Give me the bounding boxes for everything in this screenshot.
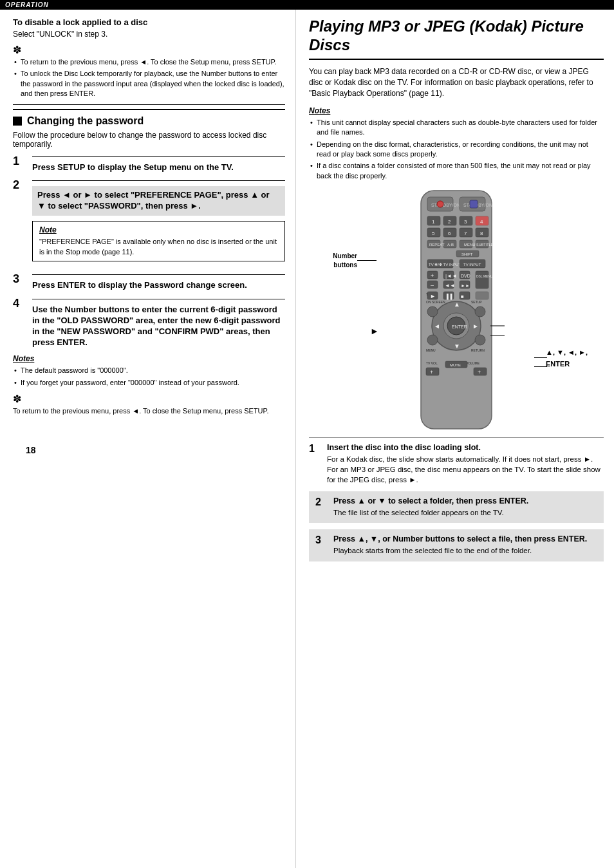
svg-point-70 <box>475 307 485 317</box>
svg-text:2: 2 <box>448 219 451 225</box>
right-note-item-1: This unit cannot display special charact… <box>309 118 604 138</box>
right-step-2-highlight: 2 Press ▲ or ▼ to select a folder, then … <box>309 491 604 523</box>
tip-text-bottom: To return to the previous menu, press ◄.… <box>13 406 285 416</box>
step-divider-3 <box>32 274 285 275</box>
notes-list-right: This unit cannot display special charact… <box>309 118 604 181</box>
svg-text:+: + <box>478 369 481 375</box>
tip-bullet-1: To return to the previous menu, press ◄.… <box>13 57 285 67</box>
svg-text:▐▐: ▐▐ <box>445 293 452 300</box>
step-divider-4 <box>32 299 285 299</box>
right-note-item-2: Depending on the disc format, characteri… <box>309 140 604 160</box>
right-step-1: 1 Insert the disc into the disc loading … <box>309 443 604 485</box>
note-item-1: The default password is "000000". <box>13 366 285 375</box>
right-step-body-1: For a Kodak disc, the slide show starts … <box>327 454 604 485</box>
enter-label: ENTER <box>546 360 604 368</box>
right-step-bold-2: Press ▲ or ▼ to select a folder, then pr… <box>333 496 597 505</box>
svg-text:7: 7 <box>464 231 467 236</box>
step-content-4: Use the Number buttons to enter the curr… <box>32 297 285 348</box>
svg-text:REPEAT: REPEAT <box>429 243 445 247</box>
black-square-icon <box>13 117 22 126</box>
svg-text:TV INPUT: TV INPUT <box>463 263 481 267</box>
right-section-divider <box>309 437 604 438</box>
svg-text:STANDBY/ON: STANDBY/ON <box>431 203 460 207</box>
notes-section-right: Notes This unit cannot display special c… <box>309 106 604 181</box>
step-num-3: 3 <box>13 273 32 286</box>
step-content-2: Press ◄ or ► to select "PREFERENCE PAGE"… <box>32 179 285 267</box>
main-content: To disable a lock applied to a disc Sele… <box>0 10 614 868</box>
svg-point-71 <box>427 335 438 345</box>
svg-text:▼: ▼ <box>454 343 460 350</box>
nav-arrow-line <box>534 357 547 358</box>
step-divider-2 <box>32 180 285 181</box>
page: OPERATION To disable a lock applied to a… <box>0 0 614 868</box>
svg-text:ON SCREEN: ON SCREEN <box>426 300 445 304</box>
left-step-1: 1 Press SETUP to display the Setup menu … <box>13 155 285 173</box>
right-note-item-3: If a disc contains a folder consisted of… <box>309 161 604 181</box>
left-column: To disable a lock applied to a disc Sele… <box>0 10 296 868</box>
right-step-2: 2 Press ▲ or ▼ to select a folder, then … <box>315 496 597 518</box>
svg-text:STANDBY/ON: STANDBY/ON <box>463 203 492 207</box>
left-step-3: 3 Press ENTER to display the Password ch… <box>13 273 285 291</box>
svg-point-72 <box>475 335 485 345</box>
number-buttons-line <box>357 260 377 261</box>
note-body: "PREFERENCE PAGE" is available only when… <box>39 237 278 257</box>
changing-password-intro: Follow the procedure below to change the… <box>13 131 285 149</box>
svg-point-3 <box>437 201 443 207</box>
arrows-text: ▲, ▼, ◄, ►, <box>546 348 588 356</box>
right-intro: You can play back MP3 data recorded on a… <box>309 66 604 100</box>
notes-section-left: Notes The default password is "000000". … <box>13 354 285 388</box>
svg-text:►: ► <box>472 323 479 330</box>
svg-text:4: 4 <box>480 219 483 225</box>
svg-text:◄: ◄ <box>434 323 440 330</box>
right-step-content-3: Press ▲, ▼, or Number buttons to select … <box>333 534 597 556</box>
note-item-2: If you forget your password, enter "0000… <box>13 378 285 388</box>
step-bold-4: Use the Number buttons to enter the curr… <box>32 305 285 348</box>
step-num-2: 2 <box>13 179 32 192</box>
svg-text:+: + <box>430 369 433 375</box>
svg-point-69 <box>427 307 438 317</box>
right-step-body-2: The file list of the selected folder app… <box>333 507 597 518</box>
step-bold-3: Press ENTER to display the Password chan… <box>32 280 285 291</box>
tip-icon-bottom: ✽ <box>13 393 285 405</box>
notes-title-right: Notes <box>309 106 604 115</box>
enter-arrow-line <box>534 366 547 367</box>
top-bar: OPERATION <box>0 0 614 10</box>
tip-icon-top: ✽ <box>13 44 285 56</box>
top-bar-label: OPERATION <box>5 1 49 8</box>
svg-rect-6 <box>470 200 478 208</box>
step-divider-1 <box>32 156 285 157</box>
svg-text:▲: ▲ <box>454 301 460 308</box>
step-content-1: Press SETUP to display the Setup menu on… <box>32 155 285 173</box>
step-content-3: Press ENTER to display the Password chan… <box>32 273 285 291</box>
top-divider <box>13 104 285 105</box>
right-step-num-3: 3 <box>315 534 333 546</box>
svg-text:►: ► <box>430 293 436 299</box>
step-num-1: 1 <box>13 155 32 168</box>
svg-text:6: 6 <box>448 231 451 236</box>
svg-text:►►: ►► <box>461 283 470 288</box>
note-title: Note <box>39 225 278 234</box>
tip-bullet-2: To unlock the Disc Lock temporarily for … <box>13 69 285 99</box>
svg-text:SETUP: SETUP <box>471 300 482 304</box>
svg-rect-58 <box>476 292 488 299</box>
svg-text:1: 1 <box>432 219 435 225</box>
changing-password-heading: Changing the password <box>13 109 285 127</box>
number-buttons-text: Numberbuttons <box>333 252 357 269</box>
svg-text:8: 8 <box>480 231 483 236</box>
changing-password-title: Changing the password <box>27 115 144 127</box>
svg-text:DVD: DVD <box>461 274 470 278</box>
big-title: Playing MP3 or JPEG (Kodak) Picture Disc… <box>309 17 604 60</box>
left-step-4: 4 Use the Number buttons to enter the cu… <box>13 297 285 348</box>
right-column: Playing MP3 or JPEG (Kodak) Picture Disc… <box>296 10 614 868</box>
right-step-bold-3: Press ▲, ▼, or Number buttons to select … <box>333 534 597 543</box>
enter-text: ENTER <box>546 360 570 368</box>
svg-text:RETURN: RETURN <box>471 348 485 352</box>
svg-text:■: ■ <box>461 294 464 299</box>
svg-text:VOLUME: VOLUME <box>466 361 480 365</box>
svg-text:MUTE: MUTE <box>450 363 461 367</box>
lock-title: To disable a lock applied to a disc <box>13 17 285 27</box>
right-step-3: 3 Press ▲, ▼, or Number buttons to selec… <box>315 534 597 556</box>
play-arrow-label: ► <box>370 326 379 336</box>
right-step-content-1: Insert the disc into the disc loading sl… <box>327 443 604 485</box>
step-num-4: 4 <box>13 297 32 310</box>
